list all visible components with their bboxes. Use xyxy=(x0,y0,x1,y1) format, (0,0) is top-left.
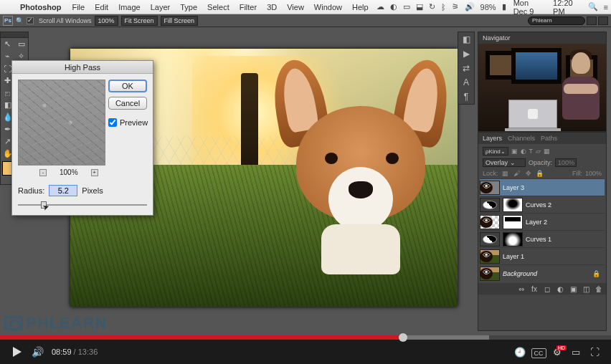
menu-view[interactable]: View xyxy=(282,3,309,11)
layer-row-curves1[interactable]: 👁 Curves 1 xyxy=(480,230,605,247)
channels-tab[interactable]: Channels xyxy=(508,135,535,142)
filter-adjust-icon[interactable]: ◐ xyxy=(521,148,526,155)
filter-pixel-icon[interactable]: ▣ xyxy=(511,148,518,155)
history-panel-icon[interactable]: ◧ xyxy=(458,32,474,47)
actions-panel-icon[interactable]: ▶ xyxy=(458,47,474,61)
menu-image[interactable]: Image xyxy=(113,3,146,11)
opacity-value[interactable]: 100% xyxy=(555,158,577,167)
progress-bar[interactable] xyxy=(0,335,611,340)
preview-checkbox[interactable] xyxy=(108,118,117,127)
add-mask-icon[interactable]: ◻ xyxy=(543,285,551,293)
screen-mode-icon[interactable] xyxy=(598,16,608,25)
volume-button[interactable]: 🔊 xyxy=(27,342,47,362)
filter-kind-select[interactable]: ρ Kind ⌄ xyxy=(483,147,508,155)
new-adjust-icon[interactable]: ◐ xyxy=(556,285,564,293)
menu-window[interactable]: Window xyxy=(309,3,347,11)
visibility-icon[interactable]: 👁 xyxy=(480,182,493,193)
layer-mask[interactable] xyxy=(503,232,523,246)
lock-position-icon[interactable]: ✥ xyxy=(524,170,533,177)
adobe-cc-icon[interactable]: ◐ xyxy=(387,2,400,11)
ok-button[interactable]: OK xyxy=(108,80,147,92)
menu-file[interactable]: File xyxy=(67,3,90,11)
settings-button[interactable]: ⚙HD xyxy=(548,347,567,358)
delete-layer-icon[interactable]: 🗑 xyxy=(595,285,603,293)
wifi-icon[interactable]: ⚞ xyxy=(449,2,462,11)
theater-button[interactable]: ▭ xyxy=(567,347,585,358)
radius-slider[interactable] xyxy=(18,201,147,209)
dropbox-icon[interactable]: ⬓ xyxy=(413,2,426,11)
menu-select[interactable]: Select xyxy=(202,3,235,11)
doc-arrange-icon[interactable] xyxy=(587,16,597,25)
layer-name[interactable]: Layer 3 xyxy=(503,184,524,191)
filter-smart-icon[interactable]: ▦ xyxy=(544,148,550,155)
fullscreen-button[interactable]: ⛶ xyxy=(585,347,604,358)
visibility-icon[interactable]: 👁 xyxy=(480,216,493,228)
spotlight-icon[interactable]: 🔍 xyxy=(585,2,601,11)
sync-icon[interactable]: ↻ xyxy=(426,2,438,11)
layer-row-curves2[interactable]: 👁 Curves 2 xyxy=(480,196,605,213)
menu-help[interactable]: Help xyxy=(347,3,374,11)
layer-thumb[interactable] xyxy=(480,232,500,246)
layer-thumb[interactable] xyxy=(480,198,500,212)
cloud-icon[interactable]: ☁ xyxy=(374,2,387,11)
menu-time[interactable]: 12:20 PM xyxy=(549,0,584,16)
watch-later-button[interactable]: 🕘 xyxy=(511,347,529,358)
battery-icon[interactable]: ▮ xyxy=(499,2,509,11)
scroll-all-checkbox[interactable] xyxy=(27,17,34,24)
filter-type-icon[interactable]: T xyxy=(529,148,534,155)
volume-icon[interactable]: 🔊 xyxy=(462,2,478,11)
menu-layer[interactable]: Layer xyxy=(146,3,176,11)
progress-handle[interactable] xyxy=(399,333,407,342)
menu-date[interactable]: Mon Dec 9 xyxy=(509,0,549,16)
properties-panel-icon[interactable]: ⇄ xyxy=(458,61,474,75)
layer-name[interactable]: Layer 2 xyxy=(526,219,547,226)
navigator-tab[interactable]: Navigator xyxy=(483,34,511,42)
menu-3d[interactable]: 3D xyxy=(262,3,282,11)
layer-row-layer3[interactable]: 👁 Layer 3 xyxy=(480,178,605,196)
layer-row-layer1[interactable]: 👁 Layer 1 xyxy=(480,247,605,264)
lock-all-icon[interactable]: 🔒 xyxy=(536,170,544,177)
zoom-out-button[interactable]: - xyxy=(39,169,47,176)
filter-preview[interactable] xyxy=(18,80,105,166)
marquee-tool-icon[interactable]: ▭ xyxy=(14,38,28,50)
layer-name[interactable]: Background xyxy=(503,270,537,277)
layer-mask[interactable] xyxy=(503,198,523,212)
menu-filter[interactable]: Filter xyxy=(235,3,262,11)
ps-logo-icon[interactable]: Ps xyxy=(3,16,13,26)
bluetooth-icon[interactable]: ᛒ xyxy=(438,3,449,11)
filter-shape-icon[interactable]: ▱ xyxy=(536,148,541,155)
visibility-icon[interactable]: 👁 xyxy=(480,251,493,262)
character-panel-icon[interactable]: A xyxy=(458,75,474,90)
new-group-icon[interactable]: ▣ xyxy=(569,285,577,293)
visibility-icon[interactable]: 👁 xyxy=(480,268,493,279)
display-icon[interactable]: ▭ xyxy=(400,2,413,11)
app-name[interactable]: Photoshop xyxy=(14,3,67,11)
link-layers-icon[interactable]: ⇔ xyxy=(517,285,526,293)
workspace-select[interactable]: Phlearn xyxy=(528,16,585,25)
fill-screen-button[interactable]: Fill Screen xyxy=(161,16,199,26)
layer-row-layer2[interactable]: 👁 Layer 2 xyxy=(480,213,605,230)
zoom-tool-icon[interactable]: 🔍 xyxy=(16,17,24,24)
radius-input[interactable] xyxy=(49,185,77,196)
layer-fx-icon[interactable]: fx xyxy=(530,285,539,293)
menu-edit[interactable]: Edit xyxy=(90,3,113,11)
layer-name[interactable]: Curves 2 xyxy=(526,201,551,209)
zoom-field[interactable]: 100% xyxy=(95,16,118,26)
paragraph-panel-icon[interactable]: ¶ xyxy=(458,90,474,104)
lock-pixels-icon[interactable]: 🖌 xyxy=(513,170,521,177)
layer-name[interactable]: Layer 1 xyxy=(503,253,524,260)
move-tool-icon[interactable]: ↖ xyxy=(1,38,14,50)
play-button[interactable] xyxy=(7,342,27,362)
blend-mode-select[interactable]: Overlay ⌄ xyxy=(483,158,526,167)
cancel-button[interactable]: Cancel xyxy=(108,97,147,110)
new-layer-icon[interactable]: ◫ xyxy=(582,285,590,293)
zoom-in-button[interactable]: + xyxy=(91,169,98,176)
layers-tab[interactable]: Layers xyxy=(483,135,502,142)
paths-tab[interactable]: Paths xyxy=(541,135,557,142)
menu-type[interactable]: Type xyxy=(175,3,202,11)
layer-name[interactable]: Curves 1 xyxy=(526,236,551,243)
notifications-icon[interactable]: ≡ xyxy=(601,3,611,11)
lock-transparent-icon[interactable]: ▦ xyxy=(501,170,510,177)
captions-button[interactable]: CC xyxy=(529,347,548,358)
layer-mask[interactable] xyxy=(503,215,523,229)
